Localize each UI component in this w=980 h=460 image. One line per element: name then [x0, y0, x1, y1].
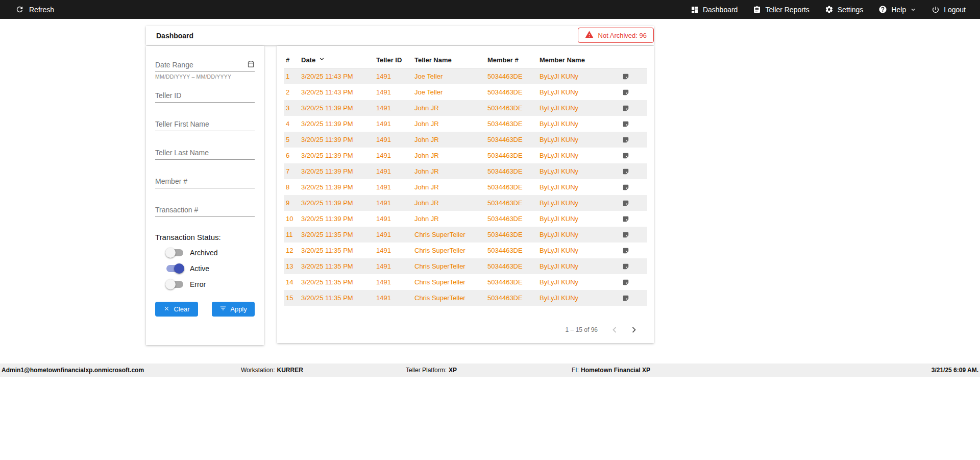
row-teller-id: 1491 [374, 258, 412, 274]
table-row[interactable]: 1 3/20/25 11:43 PM 1491 Joe Teller 50344… [284, 68, 647, 84]
row-number: 10 [284, 211, 299, 227]
row-member-name: ByLyJI KUNy [537, 163, 618, 179]
pagination-next-button[interactable] [627, 323, 641, 336]
table-row[interactable]: 15 3/20/25 11:35 PM 1491 Chris SuperTell… [284, 290, 647, 306]
row-teller-id: 1491 [374, 179, 412, 195]
error-toggle-switch[interactable] [166, 281, 183, 288]
row-member-number: 5034463DE [485, 148, 537, 163]
toggle-archived[interactable]: Archived [166, 249, 255, 257]
row-member-name: ByLyJI KUNy [537, 227, 618, 243]
table-row[interactable]: 8 3/20/25 11:39 PM 1491 John JR 5034463D… [284, 179, 647, 195]
table-row[interactable]: 13 3/20/25 11:35 PM 1491 Chris SuperTell… [284, 258, 647, 274]
row-teller-name: John JR [412, 163, 485, 179]
pagination-range-label: 1 – 15 of 96 [566, 326, 598, 333]
nav-item-logout[interactable]: Logout [932, 6, 966, 14]
note-icon[interactable] [622, 168, 629, 175]
filter-icon [219, 305, 227, 313]
row-teller-name: John JR [412, 116, 485, 132]
nav-item-teller-reports[interactable]: Teller Reports [753, 6, 809, 14]
row-teller-id: 1491 [374, 84, 412, 100]
archived-toggle-switch[interactable] [166, 249, 183, 256]
col-header-num: # [284, 53, 299, 68]
note-icon[interactable] [622, 184, 629, 191]
table-row[interactable]: 12 3/20/25 11:35 PM 1491 Chris SuperTell… [284, 243, 647, 258]
page-header: Dashboard Not Archived: 96 [146, 26, 654, 45]
row-date: 3/20/25 11:35 PM [299, 258, 374, 274]
note-icon[interactable] [622, 263, 629, 270]
clear-button[interactable]: Clear [155, 302, 198, 317]
member-number-input[interactable] [155, 176, 255, 188]
transactions-body: 1 3/20/25 11:43 PM 1491 Joe Teller 50344… [284, 68, 647, 306]
nav-item-dashboard[interactable]: Dashboard [691, 6, 738, 14]
teller-first-name-input[interactable] [155, 118, 255, 131]
date-range-input[interactable] [155, 59, 255, 72]
row-date: 3/20/25 11:39 PM [299, 195, 374, 211]
note-icon[interactable] [622, 136, 629, 143]
col-header-teller-id: Teller ID [374, 53, 412, 68]
row-number: 12 [284, 243, 299, 258]
teller-last-name-input[interactable] [155, 147, 255, 160]
toggle-error[interactable]: Error [166, 280, 255, 288]
table-row[interactable]: 6 3/20/25 11:39 PM 1491 John JR 5034463D… [284, 148, 647, 163]
table-row[interactable]: 5 3/20/25 11:39 PM 1491 John JR 5034463D… [284, 132, 647, 148]
active-toggle-switch[interactable] [166, 265, 183, 272]
table-row[interactable]: 3 3/20/25 11:39 PM 1491 John JR 5034463D… [284, 100, 647, 116]
sort-desc-icon [318, 56, 325, 64]
nav-label-dashboard: Dashboard [703, 6, 738, 14]
row-teller-name: Chris SuperTeller [412, 227, 485, 243]
refresh-button[interactable]: Refresh [0, 5, 54, 14]
note-icon[interactable] [622, 279, 629, 286]
apply-button[interactable]: Apply [212, 302, 255, 317]
calendar-icon[interactable] [247, 60, 255, 70]
table-row[interactable]: 14 3/20/25 11:35 PM 1491 Chris SuperTell… [284, 274, 647, 290]
app-root: Refresh Dashboard Teller Reports Setting… [0, 0, 980, 460]
row-note-cell [618, 211, 647, 227]
row-note-cell [618, 148, 647, 163]
note-icon[interactable] [622, 247, 629, 254]
row-teller-id: 1491 [374, 290, 412, 306]
nav-item-settings[interactable]: Settings [825, 5, 864, 14]
transactions-panel: # Date Teller ID Teller Name Member # Me… [277, 46, 654, 343]
row-teller-id: 1491 [374, 195, 412, 211]
table-row[interactable]: 10 3/20/25 11:39 PM 1491 John JR 5034463… [284, 211, 647, 227]
row-date: 3/20/25 11:43 PM [299, 68, 374, 84]
teller-id-input[interactable] [155, 90, 255, 103]
row-teller-name: John JR [412, 100, 485, 116]
col-header-date[interactable]: Date [299, 53, 374, 68]
table-row[interactable]: 4 3/20/25 11:39 PM 1491 John JR 5034463D… [284, 116, 647, 132]
chevron-down-icon [910, 7, 916, 13]
row-number: 1 [284, 68, 299, 84]
table-row[interactable]: 2 3/20/25 11:43 PM 1491 Joe Teller 50344… [284, 84, 647, 100]
row-member-number: 5034463DE [485, 68, 537, 84]
row-teller-name: Chris SuperTeller [412, 274, 485, 290]
table-row[interactable]: 9 3/20/25 11:39 PM 1491 John JR 5034463D… [284, 195, 647, 211]
col-header-teller-name: Teller Name [412, 53, 485, 68]
row-teller-id: 1491 [374, 243, 412, 258]
nav-item-help[interactable]: Help [878, 5, 916, 14]
pagination-prev-button[interactable] [608, 323, 621, 336]
row-date: 3/20/25 11:35 PM [299, 227, 374, 243]
row-member-number: 5034463DE [485, 227, 537, 243]
note-icon[interactable] [622, 152, 629, 159]
note-icon[interactable] [622, 231, 629, 238]
note-icon[interactable] [622, 105, 629, 112]
note-icon[interactable] [622, 200, 629, 207]
table-row[interactable]: 7 3/20/25 11:39 PM 1491 John JR 5034463D… [284, 163, 647, 179]
note-icon[interactable] [622, 215, 629, 223]
toggle-active[interactable]: Active [166, 264, 255, 273]
table-row[interactable]: 11 3/20/25 11:35 PM 1491 Chris SuperTell… [284, 227, 647, 243]
note-icon[interactable] [622, 295, 629, 302]
row-date: 3/20/25 11:35 PM [299, 243, 374, 258]
row-member-name: ByLyJI KUNy [537, 132, 618, 148]
table-header-row: # Date Teller ID Teller Name Member # Me… [284, 53, 647, 68]
row-teller-name: Joe Teller [412, 68, 485, 84]
not-archived-badge[interactable]: Not Archived: 96 [578, 28, 654, 43]
help-icon [878, 5, 887, 14]
date-range-hint: MM/DD/YYYY – MM/DD/YYYY [155, 74, 255, 80]
transaction-number-input[interactable] [155, 204, 255, 217]
note-icon[interactable] [622, 120, 629, 128]
note-icon[interactable] [622, 89, 629, 96]
row-teller-name: John JR [412, 195, 485, 211]
row-date: 3/20/25 11:39 PM [299, 211, 374, 227]
note-icon[interactable] [622, 73, 629, 80]
